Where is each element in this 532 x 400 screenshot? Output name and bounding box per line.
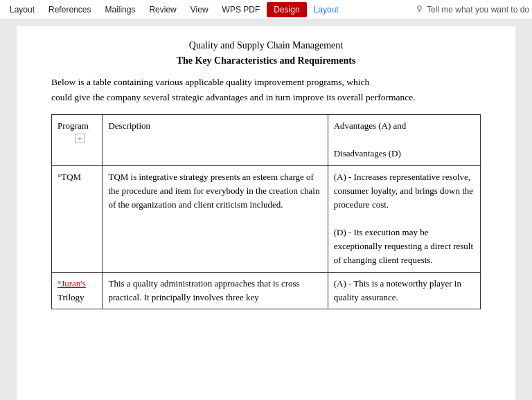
- document-intro: Below is a table containing various appl…: [51, 75, 481, 104]
- menu-item-review[interactable]: Review: [142, 2, 183, 17]
- program-jurans: °Juran's Trilogy: [52, 272, 103, 309]
- menu-item-layout2[interactable]: Layout: [307, 2, 346, 17]
- description-tqm: TQM is integrative strategy presents an …: [103, 165, 328, 272]
- document-title: Quality and Supply Chain Management: [51, 40, 481, 51]
- menu-item-wpspdf[interactable]: WPS PDF: [215, 2, 267, 17]
- add-row-icon[interactable]: +: [75, 134, 85, 143]
- program-tqm: °TQM: [52, 165, 103, 272]
- page: Quality and Supply Chain Management The …: [17, 26, 515, 400]
- document-subtitle: The Key Characteristics and Requirements: [51, 55, 481, 66]
- header-description: Description: [103, 115, 328, 165]
- header-advantages: Advantages (A) and Disadvantages (D): [328, 115, 480, 165]
- table-header-row: Program Description Advantages (A) and D…: [52, 115, 481, 165]
- lightbulb-icon: [415, 5, 424, 14]
- menu-item-mailings[interactable]: Mailings: [98, 2, 142, 17]
- jurans-label: °Juran's: [57, 278, 86, 289]
- advantages-tqm: (A) - Increases representative resolve, …: [328, 165, 480, 272]
- description-jurans: This a quality administration approaches…: [103, 272, 328, 309]
- menu-item-layout[interactable]: Layout: [3, 2, 42, 17]
- table-wrapper: + Program Description Advantages (A) and…: [51, 114, 481, 309]
- menu-search[interactable]: Tell me what you want to do: [415, 5, 529, 15]
- menu-item-design[interactable]: Design: [267, 2, 306, 17]
- table-row: °TQM TQM is integrative strategy present…: [52, 165, 481, 272]
- menu-item-references[interactable]: References: [42, 2, 98, 17]
- document-area: Quality and Supply Chain Management The …: [0, 19, 532, 400]
- menu-bar: Layout References Mailings Review View W…: [0, 0, 532, 19]
- svg-point-0: [418, 6, 421, 10]
- table-row: °Juran's Trilogy This a quality administ…: [52, 272, 481, 309]
- quality-table: Program Description Advantages (A) and D…: [51, 114, 481, 309]
- advantages-jurans: (A) - This is a noteworthy player in qua…: [328, 272, 480, 309]
- search-text[interactable]: Tell me what you want to do: [427, 5, 529, 15]
- menu-item-view[interactable]: View: [184, 2, 215, 17]
